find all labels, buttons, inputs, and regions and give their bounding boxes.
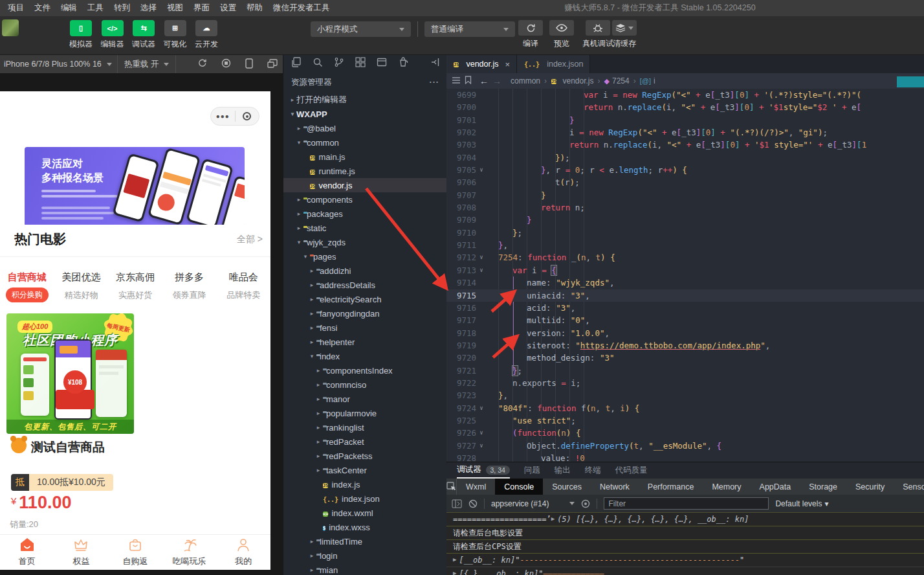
bookmark-icon[interactable] [465, 76, 472, 86]
debug-tools-icon[interactable] [398, 57, 408, 70]
tree-item-fensi[interactable]: ▸fensi [283, 321, 446, 335]
code-line-9708[interactable]: 9708return n; [446, 201, 924, 214]
code-line-9711[interactable]: 9711}, [446, 239, 924, 251]
debugger-tab-终端[interactable]: 终端 [585, 462, 601, 479]
code-line-9699[interactable]: 9699var i = new RegExp("<" + e[_t3][0] +… [446, 89, 924, 101]
tree-item-wjyk_zqds[interactable]: ▾wjyk_zqds [283, 235, 446, 249]
compile-select[interactable]: 普通编译 [424, 21, 515, 37]
menu-item[interactable]: 视图 [162, 0, 188, 16]
menu-item[interactable]: 帮助 [241, 0, 268, 16]
project-avatar[interactable] [2, 19, 19, 36]
tree-item-packages[interactable]: ▸packages [283, 207, 446, 221]
code-area[interactable]: 9699var i = new RegExp("<" + e[_t3][0] +… [446, 89, 924, 462]
debugger-tab-代码质量[interactable]: 代码质量 [615, 462, 648, 479]
debugger-tab-问题[interactable]: 问题 [524, 462, 540, 479]
devtools-tab-Storage[interactable]: Storage [800, 479, 846, 495]
extensions-icon[interactable] [355, 57, 366, 70]
action-bug[interactable]: 真机调试 [580, 20, 616, 49]
console-row[interactable]: 请检查后台CPS设置 [446, 540, 924, 554]
tree-item-index.wxml[interactable]: <>index.wxml [283, 506, 446, 520]
code-line-9701[interactable]: 9701} [446, 114, 924, 126]
clear-console-icon[interactable] [468, 499, 478, 508]
devtools-tab-Wxml[interactable]: Wxml [457, 479, 495, 495]
action-layers[interactable]: 清缓存 [611, 20, 637, 49]
menu-item[interactable]: 项目 [3, 0, 29, 16]
tree-item-taskCenter[interactable]: ▸taskCenter [283, 463, 446, 477]
breadcrumb-item-vendor.js[interactable]: JSvendor.js [551, 76, 593, 86]
code-line-9723[interactable]: 9723}, [446, 389, 924, 401]
fold-icon[interactable]: ∨ [476, 264, 487, 276]
mode-select[interactable]: 小程序模式 [311, 21, 411, 37]
toolbar-button-phone[interactable]: ▯模拟器 [65, 20, 96, 50]
devtools-tab-Network[interactable]: Network [591, 479, 639, 495]
tree-item-index.js[interactable]: JSindex.js [283, 477, 446, 491]
code-line-9716[interactable]: 9716acid: "3", [446, 302, 924, 314]
console-row[interactable]: 请检查后台电影设置 [446, 526, 924, 540]
tree-item-@babel[interactable]: ▸@babel [283, 121, 446, 135]
tree-item-main.js[interactable]: JSmain.js [283, 150, 446, 164]
code-line-9710[interactable]: 9710}; [446, 227, 924, 239]
eye-target-icon[interactable] [581, 499, 590, 508]
tree-item-manor[interactable]: ▸manor [283, 392, 446, 406]
inspect-element-icon[interactable] [446, 479, 457, 495]
devtools-tab-Sensor[interactable]: Sensor [894, 479, 924, 495]
tree-item-static[interactable]: ▸static [283, 221, 446, 235]
debugger-tab-调试器[interactable]: 调试器3, 34 [457, 462, 510, 479]
console-row[interactable]: ▶ [{…}, __ob__: kn] "————————————— [446, 567, 924, 575]
code-line-9702[interactable]: 9702i = new RegExp("<" + e[_t3][0] + "(.… [446, 126, 924, 139]
tree-item-limitedTime[interactable]: ▸limitedTime [283, 534, 446, 548]
fold-icon[interactable]: ∨ [476, 402, 487, 414]
shop-tab-自营商城[interactable]: 自营商城积分换购 [0, 267, 54, 311]
tree-item-打开的编辑器[interactable]: ▸打开的编辑器 [283, 93, 446, 107]
code-line-9706[interactable]: 9706t(r); [446, 176, 924, 188]
toolbar-button-grid[interactable]: ⊞可视化 [160, 20, 191, 50]
tree-item-index.wxss[interactable]: Sindex.wxss [283, 520, 446, 534]
editor-tab-vendor.js[interactable]: JSvendor.js× [446, 55, 517, 73]
console-row[interactable]: ▶ [__ob__: kn] "------------------------… [446, 554, 924, 567]
tree-item-rankinglist[interactable]: ▸rankinglist [283, 420, 446, 434]
fold-icon[interactable]: ∨ [476, 164, 487, 176]
shop-tab-美团优选[interactable]: 美团优选精选好物 [54, 267, 109, 311]
fold-icon[interactable]: ∨ [476, 251, 487, 264]
tabbar-item-自购返[interactable]: 自购返 [108, 535, 162, 570]
log-levels-select[interactable]: Default levels ▾ [775, 499, 828, 508]
devtools-tab-Console[interactable]: Console [495, 479, 543, 495]
fold-icon[interactable]: ∨ [476, 427, 487, 439]
code-line-9724[interactable]: 9724∨"804f": function f(n, t, i) { [446, 402, 924, 414]
tree-item-mian[interactable]: ▸mian [283, 563, 446, 575]
code-line-9728[interactable]: 9728value: !0 [446, 452, 924, 462]
code-line-9709[interactable]: 9709} [446, 214, 924, 226]
back-icon[interactable]: ← [479, 76, 489, 86]
breadcrumb-item-7254[interactable]: ◆7254 [604, 76, 629, 85]
menu-item[interactable]: 界面 [188, 0, 215, 16]
tabbar-item-我的[interactable]: 我的 [216, 535, 270, 570]
product-image[interactable]: 超心100 每周更新 社区团购小程序 ¥108 [6, 313, 134, 434]
devtools-tab-Memory[interactable]: Memory [703, 479, 750, 495]
more-actions-icon[interactable]: ··· [430, 78, 440, 87]
tabbar-item-吃喝玩乐[interactable]: 吃喝玩乐 [162, 535, 217, 570]
tree-item-components[interactable]: ▸components [283, 192, 446, 207]
code-line-9714[interactable]: 9714name: "wjyk_zqds", [446, 276, 924, 289]
code-line-9727[interactable]: 9727∨Object.defineProperty(t, "__esModul… [446, 440, 924, 452]
shop-tab-唯品会[interactable]: 唯品会品牌特卖 [216, 267, 270, 311]
files-icon[interactable] [291, 57, 302, 70]
code-line-9703[interactable]: 9703return n.replace(i, "<" + e[_t3][0] … [446, 139, 924, 151]
code-line-9705[interactable]: 9705∨}, r = 0; r < e.length; r++) { [446, 164, 924, 176]
tree-item-index[interactable]: ▾index [283, 349, 446, 363]
action-refresh[interactable]: 编译 [518, 20, 544, 49]
close-icon[interactable]: × [505, 60, 510, 69]
breadcrumb-item-i[interactable]: [@]i [640, 76, 655, 85]
code-line-9713[interactable]: 9713∨var i = { [446, 264, 924, 276]
tabbar-item-权益[interactable]: 权益 [54, 535, 109, 570]
code-line-9700[interactable]: 9700return n.replace(i, "<" + e[_t3][0] … [446, 101, 924, 113]
toolbar-button-flow[interactable]: ⇆调试器 [128, 20, 159, 50]
tree-item-pages[interactable]: ▾pages [283, 249, 446, 264]
capsule-menu[interactable]: ●●● [210, 107, 259, 126]
section-more-link[interactable]: 全部 > [237, 234, 263, 245]
product-coupon[interactable]: 抵 10.00抵¥10.00元 [11, 474, 113, 491]
devtools-tab-Sources[interactable]: Sources [543, 479, 591, 495]
shop-tab-京东高佣[interactable]: 京东高佣实惠好货 [108, 267, 162, 311]
tree-item-adddizhi[interactable]: ▸adddizhi [283, 264, 446, 278]
breadcrumb-item-common[interactable]: common [511, 76, 540, 85]
device-icon[interactable] [245, 58, 253, 71]
